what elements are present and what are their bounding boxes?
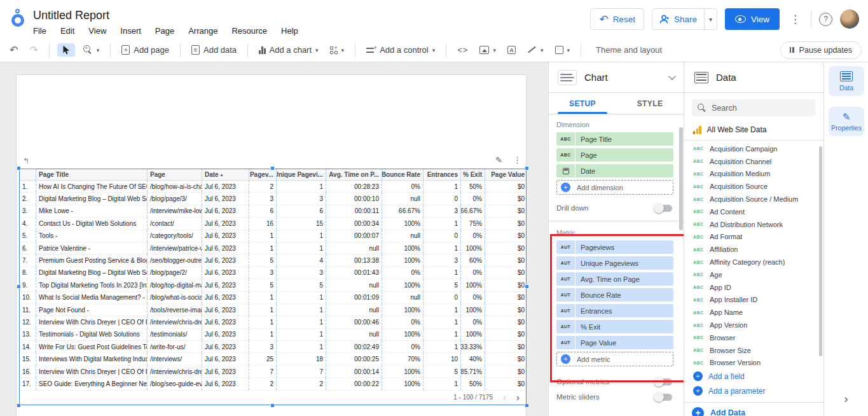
report-canvas[interactable]: ↰ ✎ ⋮ Page TitlePageDate▴Pagev...Unique … [0, 62, 548, 416]
menu-page[interactable]: Page [155, 26, 174, 36]
field-list-item[interactable]: ABCBrowser Version [684, 357, 823, 370]
optional-metrics-toggle[interactable] [655, 378, 672, 385]
theme-and-layout-button[interactable]: Theme and layout [593, 43, 665, 57]
setup-panel-scrollbar[interactable] [679, 127, 683, 230]
add-chart-button[interactable]: Add a chart ▾ [256, 43, 322, 57]
menu-insert[interactable]: Insert [120, 26, 141, 36]
embed-button[interactable]: <> [454, 43, 471, 57]
selection-handle[interactable] [525, 403, 529, 408]
metric-chip[interactable]: AUTPageviews [556, 240, 673, 254]
more-options-icon[interactable]: ⋮ [787, 13, 803, 26]
select-tool-button[interactable] [57, 43, 75, 57]
menu-arrange[interactable]: Arrange [188, 26, 217, 36]
add-a-parameter-button[interactable]: + Add a parameter [684, 384, 823, 398]
menu-file[interactable]: File [33, 26, 46, 36]
report-title[interactable]: Untitled Report [33, 9, 109, 22]
chevron-down-icon[interactable] [668, 73, 675, 80]
column-header[interactable]: % Exit [461, 169, 485, 180]
dimension-chip[interactable]: Date [556, 164, 673, 177]
pause-updates-button[interactable]: Pause updates [780, 41, 862, 59]
field-list-item[interactable]: ABCAge [684, 268, 823, 281]
field-list-item[interactable]: ABCAffiliation [684, 243, 823, 256]
insert-line-button[interactable]: ▾ [524, 45, 547, 56]
column-header[interactable]: Bounce Rate [382, 169, 424, 180]
field-list-item[interactable]: ABCAd Distribution Network [684, 218, 823, 231]
column-header[interactable]: Page Title [36, 169, 148, 180]
collapse-panel-chevron[interactable]: › [844, 392, 848, 406]
next-page-icon[interactable]: › [516, 392, 520, 402]
add-dimension-button[interactable]: + Add dimension [556, 180, 673, 195]
help-icon[interactable]: ? [819, 13, 832, 26]
metric-chip[interactable]: AUTEntrances [556, 304, 673, 317]
metric-chip[interactable]: AUTUnique Pageviews [556, 256, 673, 270]
column-header[interactable] [20, 169, 36, 180]
selection-handle[interactable] [270, 403, 275, 408]
view-button[interactable]: View [725, 8, 780, 30]
selection-handle[interactable] [525, 166, 529, 170]
column-header[interactable]: Entrances [424, 169, 461, 180]
zoom-tool-button[interactable]: + ▾ [80, 43, 103, 57]
column-header[interactable]: Avg. Time on P... [326, 169, 382, 180]
menu-edit[interactable]: Edit [60, 26, 74, 36]
insert-image-button[interactable]: ▾ [476, 43, 499, 57]
column-header[interactable]: Page [148, 169, 202, 180]
field-list-item[interactable]: ABCAcquisition Medium [684, 168, 823, 181]
metric-sliders-toggle[interactable] [655, 394, 672, 401]
menu-help[interactable]: Help [281, 26, 298, 36]
metric-chip[interactable]: AUTPage Value [556, 336, 673, 349]
field-list-item[interactable]: ABCApp Version [684, 319, 823, 331]
tab-style[interactable]: STYLE [616, 93, 684, 114]
data-source-row[interactable]: All Web Site Data [684, 121, 823, 141]
add-page-button[interactable]: + Add page [118, 43, 172, 57]
metric-chip[interactable]: AUT% Exit [556, 320, 673, 333]
field-list-item[interactable]: ABCAcquisition Source / Medium [684, 193, 823, 205]
add-data-button[interactable]: ≡ Add data [188, 43, 240, 57]
rail-data-button[interactable]: Data [829, 66, 864, 96]
search-input[interactable] [712, 104, 807, 113]
selection-handle[interactable] [17, 284, 21, 289]
share-button[interactable]: Share [652, 9, 704, 29]
field-list-item[interactable]: ABCApp ID [684, 281, 823, 294]
metric-chip[interactable]: AUTAvg. Time on Page [556, 272, 673, 286]
field-list-item[interactable]: ABCAd Format [684, 231, 823, 244]
selection-handle[interactable] [17, 166, 21, 170]
dimension-chip[interactable]: ABCPage Title [556, 132, 673, 146]
selection-handle[interactable] [270, 166, 275, 170]
undo-button[interactable]: ↶ [6, 43, 21, 58]
dimension-chip[interactable]: ABCPage [556, 148, 673, 162]
add-a-field-button[interactable]: + Add a field [684, 369, 823, 384]
data-table-chart[interactable]: Page TitlePageDate▴Pagev...Unique Pagevi… [19, 169, 527, 405]
rail-properties-button[interactable]: ✎ Properties [829, 107, 864, 136]
column-header[interactable]: Pagev... [249, 169, 277, 180]
field-list-item[interactable]: ABCAcquisition Campaign [684, 142, 823, 155]
field-search-box[interactable] [692, 99, 816, 116]
menu-resource[interactable]: Resource [231, 26, 267, 36]
tab-setup[interactable]: SETUP [549, 93, 616, 114]
column-header[interactable]: Date▴ [202, 169, 249, 180]
field-list-item[interactable]: ABCAffinity Category (reach) [684, 256, 823, 268]
field-list-item[interactable]: ABCBrowser [684, 331, 823, 344]
add-data-button[interactable]: + Add Data [684, 403, 823, 416]
field-list-item[interactable]: ABCAd Content [684, 205, 823, 218]
insert-shape-button[interactable]: ▾ [552, 43, 574, 57]
field-list-item[interactable]: ABCApp Name [684, 306, 823, 319]
field-list-item[interactable]: ABCBrowser Size [684, 344, 823, 357]
chart-more-options-icon[interactable]: ⋮ [513, 155, 521, 165]
metric-chip[interactable]: AUTBounce Rate [556, 288, 673, 302]
menu-view[interactable]: View [88, 26, 106, 36]
chart-edit-pencil-icon[interactable]: ✎ [495, 155, 502, 165]
field-list-item[interactable]: ABCAcquisition Source [684, 180, 823, 193]
chart-type-selector[interactable]: Chart [549, 62, 684, 93]
prev-page-icon[interactable]: ‹ [503, 392, 506, 402]
add-metric-button[interactable]: + Add metric [556, 352, 673, 366]
reset-button[interactable]: ↶ Reset [590, 8, 644, 30]
field-list-item[interactable]: ABCApp Installer ID [684, 294, 823, 307]
field-list-item[interactable]: ABCAcquisition Channel [684, 155, 823, 168]
redo-button[interactable]: ↷ [26, 43, 41, 58]
selection-handle[interactable] [17, 403, 21, 408]
add-control-button[interactable]: + Add a control ▾ [363, 43, 438, 57]
column-header[interactable]: Unique Pagevi... [277, 169, 326, 180]
community-visualizations-button[interactable]: + ▾ [327, 44, 348, 57]
selection-handle[interactable] [525, 284, 529, 289]
column-header[interactable]: Page Value [485, 169, 527, 180]
